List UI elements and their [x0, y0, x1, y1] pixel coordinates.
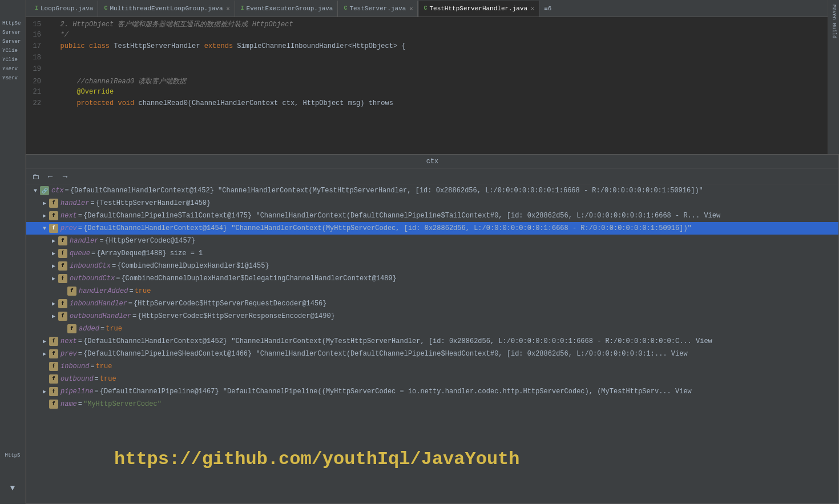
sidebar-item-server2[interactable]: Server [1, 38, 24, 46]
field-name-prev: prev [60, 224, 77, 232]
line-num-20: 20 [28, 78, 48, 86]
tree-row-ctx[interactable]: ▼ 🔗 ctx = {DefaultChannelHandlerContext@… [26, 184, 838, 197]
debug-title: ctx [26, 155, 838, 168]
tab-close-3[interactable]: ✕ [531, 5, 534, 12]
tree-row-prev-inboundctx[interactable]: ▶ f inboundCtx = {CombinedChannelDuplexH… [26, 260, 838, 272]
ref-value-pipeline: {DefaultChannelPipeline@1467} "DefaultCh… [100, 388, 692, 396]
code-content: 15 2. HttpObject 客户端和服务器端相互通讯的数据被封装成 Htt… [26, 17, 828, 113]
tab-multithreadeventloopgroup[interactable]: C MultithreadEventLoopGroup.java ✕ [99, 1, 235, 17]
tab-eventexecutorgroup[interactable]: I EventExecutorGroup.java [236, 1, 338, 17]
expand-prev[interactable]: ▼ [40, 224, 49, 233]
tree-row-prev-outboundctx[interactable]: ▶ f outboundCtx = {CombinedChannelDuplex… [26, 272, 838, 285]
expand-next[interactable]: ▶ [40, 211, 49, 220]
folder-nav-btn[interactable]: 🗀 [30, 171, 42, 182]
field-name-prev-outboundctx: outboundCtx [70, 275, 115, 283]
field-icon-inbound: f [49, 362, 58, 371]
tab-loopgroup[interactable]: I LoopGroup.java [30, 1, 98, 17]
sidebar-item-yclient2[interactable]: YClie [1, 56, 24, 64]
sidebar-item-yserv1[interactable]: YServ [1, 65, 24, 73]
expand-next2[interactable]: ▶ [40, 337, 49, 346]
field-icon-prev-inboundctx: f [58, 261, 67, 271]
field-name-prev-outboundhandler: outboundHandler [70, 312, 131, 320]
tree-row-prev2[interactable]: ▶ f prev = {DefaultChannelPipeline$HeadC… [26, 348, 838, 360]
field-icon-prev-outboundctx: f [58, 274, 67, 283]
ref-value-next: {DefaultChannelPipeline$TailContext@1475… [83, 212, 720, 220]
field-name-handler: handler [60, 199, 89, 207]
field-icon-next: f [49, 211, 58, 220]
tree-row-next2[interactable]: ▶ f next = {DefaultChannelHandlerContext… [26, 335, 838, 348]
field-icon-prev-inboundhandler: f [58, 299, 67, 308]
code-text-17: public class TestHttpServerHandler exten… [48, 42, 406, 50]
field-icon-handleradded: f [67, 287, 76, 296]
field-icon-outbound: f [49, 374, 58, 384]
tab-label-eventexecutorgroup: EventExecutorGroup.java [247, 5, 333, 12]
field-name-prev-queue: queue [70, 249, 90, 257]
tab-icon-c2: C [344, 5, 347, 11]
tab-testserver[interactable]: C TestServer.java ✕ [339, 1, 418, 17]
tree-row-outbound[interactable]: f outbound = true [26, 373, 838, 385]
tab-label-multithreadeventloopgroup: MultithreadEventLoopGroup.java [110, 5, 223, 12]
tab-close-1[interactable]: ✕ [227, 5, 230, 12]
sidebar-item-yclient1[interactable]: YClie [1, 47, 24, 55]
tree-row-prev[interactable]: ▼ f prev = {DefaultChannelHandlerContext… [26, 222, 838, 235]
tree-row-inbound[interactable]: f inbound = true [26, 360, 838, 373]
expand-prev2[interactable]: ▶ [40, 349, 49, 358]
code-text-15: 2. HttpObject 客户端和服务器端相互通讯的数据被封装成 HttpOb… [48, 19, 293, 29]
tree-row-next[interactable]: ▶ f next = {DefaultChannelPipeline$TailC… [26, 209, 838, 222]
sidebar-item-https-bottom[interactable]: HttpS [1, 453, 24, 458]
forward-btn[interactable]: → [59, 171, 71, 182]
tree-row-prev-handler[interactable]: ▶ f handler = {HttpServerCodec@1457} [26, 235, 838, 247]
root-ctx-icon: 🔗 [40, 186, 49, 195]
tree-row-prev-outboundhandler[interactable]: ▶ f outboundHandler = {HttpServerCodec$H… [26, 310, 838, 322]
queue-size: size = 1 [170, 249, 203, 257]
field-name-name: name [60, 400, 77, 408]
expand-prev-handler[interactable]: ▶ [49, 236, 58, 245]
tree-row-name[interactable]: f name = "MyHttpServerCodec" [26, 398, 838, 410]
ref-value-prev-inboundctx: {CombinedChannelDuplexHandler$1@1455} [117, 262, 269, 270]
code-text-20: //channelRead0 读取客户端数据 [48, 76, 186, 86]
ref-value-handler: {TestHttpServerHandler@1450} [96, 199, 211, 207]
tab-close-2[interactable]: ✕ [409, 5, 413, 12]
sidebar-item-httpse[interactable]: HttpSe [1, 19, 24, 27]
field-name-next2: next [60, 337, 77, 345]
field-name-ctx: ctx [51, 187, 64, 195]
line-num-21: 21 [28, 88, 48, 96]
tab-testhttpserverhandler[interactable]: C TestHttpServerHandler.java ✕ [419, 1, 539, 17]
debug-tree[interactable]: ▼ 🔗 ctx = {DefaultChannelHandlerContext@… [26, 184, 838, 503]
bool-value-handleradded: true [135, 287, 151, 295]
expand-prev-outboundhandler[interactable]: ▶ [49, 312, 58, 321]
field-name-pipeline: pipeline [60, 388, 94, 396]
tree-row-handleradded[interactable]: f handlerAdded = true [26, 285, 838, 297]
field-name-prev-inboundctx: inboundCtx [70, 262, 111, 270]
tab-overflow[interactable]: ≡6 [540, 5, 555, 12]
tree-row-handler[interactable]: ▶ f handler = {TestHttpServerHandler@145… [26, 197, 838, 209]
field-name-prev-handler: handler [70, 237, 98, 245]
expand-prev-inboundctx[interactable]: ▶ [49, 261, 58, 271]
folder-icon: 🗀 [32, 172, 39, 181]
expand-handler[interactable]: ▶ [40, 199, 49, 208]
field-icon-name: f [49, 400, 58, 409]
sidebar-item-yserv2[interactable]: YServ [1, 74, 24, 82]
tree-row-pipeline[interactable]: ▶ f pipeline = {DefaultChannelPipeline@1… [26, 385, 838, 398]
arrow-left-icon: ← [46, 172, 54, 181]
tab-bar: I LoopGroup.java C MultithreadEventLoopG… [26, 0, 828, 17]
sidebar-item-server1[interactable]: Server [1, 29, 24, 37]
maven-build-label[interactable]: Maven Build [831, 5, 837, 38]
line-num-19: 19 [28, 65, 48, 73]
expand-pipeline[interactable]: ▶ [40, 387, 49, 396]
debug-toolbar: 🗀 ← → [26, 168, 838, 184]
tree-row-prev-inboundhandler[interactable]: ▶ f inboundHandler = {HttpServerCodec$Ht… [26, 297, 838, 310]
back-btn[interactable]: ← [44, 171, 57, 182]
code-line-22: 22 protected void channelRead0(ChannelHa… [26, 99, 828, 111]
expand-prev-queue[interactable]: ▶ [49, 249, 58, 258]
tree-row-added[interactable]: f added = true [26, 322, 838, 335]
sidebar-scroll-btn[interactable]: ▼ [1, 483, 24, 493]
expand-prev-outboundctx[interactable]: ▶ [49, 274, 58, 283]
field-name-outbound: outbound [60, 375, 94, 383]
field-name-prev2: prev [60, 350, 77, 358]
tab-icon-i2: I [241, 5, 244, 11]
eq-ctx: = [65, 187, 69, 195]
expand-prev-inboundhandler[interactable]: ▶ [49, 299, 58, 308]
tree-row-prev-queue[interactable]: ▶ f queue = {ArrayDeque@1488} size = 1 [26, 247, 838, 260]
expand-ctx[interactable]: ▼ [31, 186, 40, 195]
